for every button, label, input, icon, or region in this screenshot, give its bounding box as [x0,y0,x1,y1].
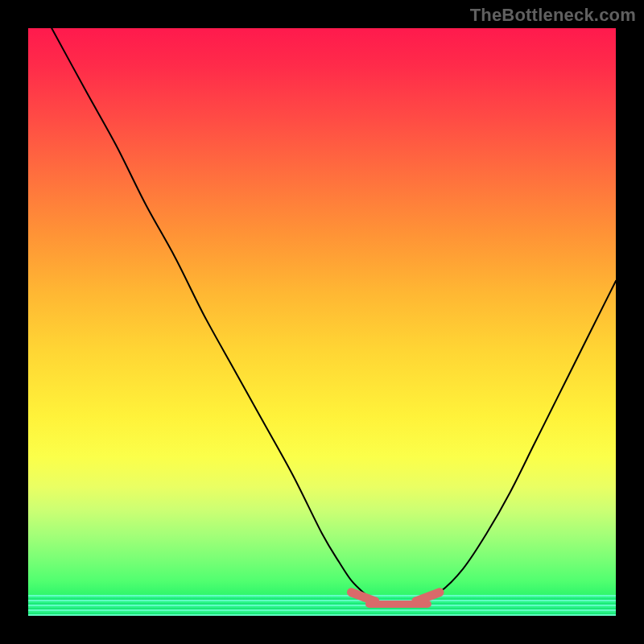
chart-frame: TheBottleneck.com [0,0,644,644]
flat-marker-right [416,592,440,601]
watermark-text: TheBottleneck.com [470,5,636,26]
flat-marker-left [352,592,375,601]
plot-area [28,28,616,616]
curve-left [52,28,381,604]
curve-right [416,281,616,605]
curve-layer [28,28,616,616]
